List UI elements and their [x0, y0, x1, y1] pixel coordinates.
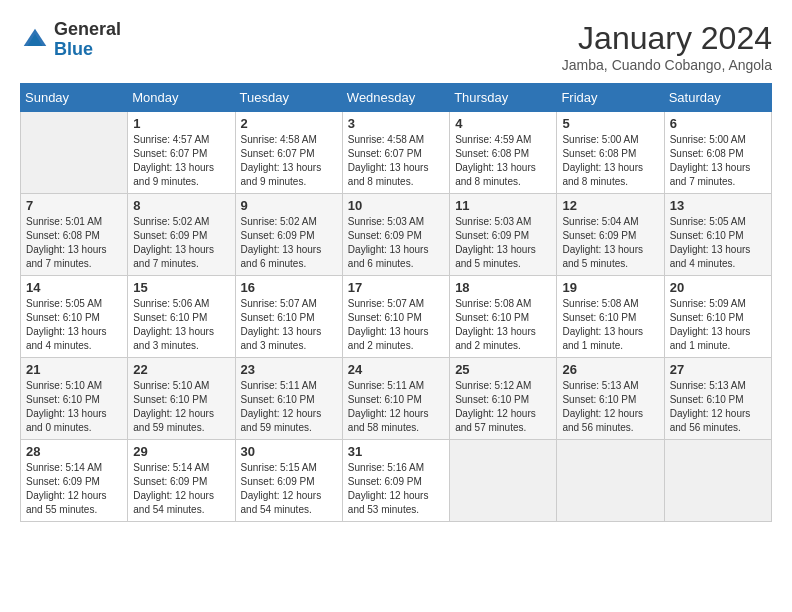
day-number: 21	[26, 362, 122, 377]
day-info: Sunrise: 5:14 AMSunset: 6:09 PMDaylight:…	[133, 461, 229, 517]
day-info: Sunrise: 5:02 AMSunset: 6:09 PMDaylight:…	[241, 215, 337, 271]
calendar-cell: 6Sunrise: 5:00 AMSunset: 6:08 PMDaylight…	[664, 112, 771, 194]
day-number: 8	[133, 198, 229, 213]
day-info: Sunrise: 5:07 AMSunset: 6:10 PMDaylight:…	[348, 297, 444, 353]
calendar-cell: 13Sunrise: 5:05 AMSunset: 6:10 PMDayligh…	[664, 194, 771, 276]
logo: General Blue	[20, 20, 121, 60]
calendar-cell	[450, 440, 557, 522]
day-info: Sunrise: 5:02 AMSunset: 6:09 PMDaylight:…	[133, 215, 229, 271]
calendar-cell: 24Sunrise: 5:11 AMSunset: 6:10 PMDayligh…	[342, 358, 449, 440]
day-info: Sunrise: 5:04 AMSunset: 6:09 PMDaylight:…	[562, 215, 658, 271]
calendar-cell: 10Sunrise: 5:03 AMSunset: 6:09 PMDayligh…	[342, 194, 449, 276]
header-friday: Friday	[557, 84, 664, 112]
calendar-cell	[21, 112, 128, 194]
location: Jamba, Cuando Cobango, Angola	[562, 57, 772, 73]
day-number: 25	[455, 362, 551, 377]
day-number: 29	[133, 444, 229, 459]
header-monday: Monday	[128, 84, 235, 112]
day-number: 5	[562, 116, 658, 131]
calendar-cell	[664, 440, 771, 522]
day-info: Sunrise: 5:08 AMSunset: 6:10 PMDaylight:…	[562, 297, 658, 353]
calendar-cell: 3Sunrise: 4:58 AMSunset: 6:07 PMDaylight…	[342, 112, 449, 194]
day-number: 6	[670, 116, 766, 131]
header-sunday: Sunday	[21, 84, 128, 112]
day-number: 26	[562, 362, 658, 377]
day-info: Sunrise: 5:08 AMSunset: 6:10 PMDaylight:…	[455, 297, 551, 353]
day-info: Sunrise: 5:10 AMSunset: 6:10 PMDaylight:…	[133, 379, 229, 435]
day-info: Sunrise: 5:03 AMSunset: 6:09 PMDaylight:…	[455, 215, 551, 271]
day-number: 31	[348, 444, 444, 459]
calendar-cell: 17Sunrise: 5:07 AMSunset: 6:10 PMDayligh…	[342, 276, 449, 358]
day-number: 1	[133, 116, 229, 131]
calendar-cell	[557, 440, 664, 522]
logo-text: General Blue	[54, 20, 121, 60]
day-number: 9	[241, 198, 337, 213]
calendar-cell: 23Sunrise: 5:11 AMSunset: 6:10 PMDayligh…	[235, 358, 342, 440]
day-number: 15	[133, 280, 229, 295]
day-number: 14	[26, 280, 122, 295]
calendar-cell: 20Sunrise: 5:09 AMSunset: 6:10 PMDayligh…	[664, 276, 771, 358]
calendar-week-4: 21Sunrise: 5:10 AMSunset: 6:10 PMDayligh…	[21, 358, 772, 440]
calendar-cell: 25Sunrise: 5:12 AMSunset: 6:10 PMDayligh…	[450, 358, 557, 440]
day-info: Sunrise: 5:06 AMSunset: 6:10 PMDaylight:…	[133, 297, 229, 353]
day-number: 16	[241, 280, 337, 295]
day-info: Sunrise: 5:13 AMSunset: 6:10 PMDaylight:…	[670, 379, 766, 435]
day-number: 4	[455, 116, 551, 131]
calendar-cell: 4Sunrise: 4:59 AMSunset: 6:08 PMDaylight…	[450, 112, 557, 194]
header-tuesday: Tuesday	[235, 84, 342, 112]
calendar-cell: 21Sunrise: 5:10 AMSunset: 6:10 PMDayligh…	[21, 358, 128, 440]
calendar-cell: 9Sunrise: 5:02 AMSunset: 6:09 PMDaylight…	[235, 194, 342, 276]
day-info: Sunrise: 5:05 AMSunset: 6:10 PMDaylight:…	[26, 297, 122, 353]
calendar-cell: 2Sunrise: 4:58 AMSunset: 6:07 PMDaylight…	[235, 112, 342, 194]
day-number: 10	[348, 198, 444, 213]
calendar-cell: 14Sunrise: 5:05 AMSunset: 6:10 PMDayligh…	[21, 276, 128, 358]
day-number: 12	[562, 198, 658, 213]
month-title: January 2024	[562, 20, 772, 57]
logo-general: General	[54, 20, 121, 40]
header-saturday: Saturday	[664, 84, 771, 112]
title-block: January 2024 Jamba, Cuando Cobango, Ango…	[562, 20, 772, 73]
day-info: Sunrise: 5:07 AMSunset: 6:10 PMDaylight:…	[241, 297, 337, 353]
day-info: Sunrise: 5:11 AMSunset: 6:10 PMDaylight:…	[241, 379, 337, 435]
day-info: Sunrise: 4:58 AMSunset: 6:07 PMDaylight:…	[241, 133, 337, 189]
calendar-cell: 7Sunrise: 5:01 AMSunset: 6:08 PMDaylight…	[21, 194, 128, 276]
day-info: Sunrise: 5:01 AMSunset: 6:08 PMDaylight:…	[26, 215, 122, 271]
calendar-cell: 22Sunrise: 5:10 AMSunset: 6:10 PMDayligh…	[128, 358, 235, 440]
calendar-cell: 27Sunrise: 5:13 AMSunset: 6:10 PMDayligh…	[664, 358, 771, 440]
calendar-cell: 18Sunrise: 5:08 AMSunset: 6:10 PMDayligh…	[450, 276, 557, 358]
day-number: 19	[562, 280, 658, 295]
calendar-cell: 16Sunrise: 5:07 AMSunset: 6:10 PMDayligh…	[235, 276, 342, 358]
day-info: Sunrise: 5:12 AMSunset: 6:10 PMDaylight:…	[455, 379, 551, 435]
day-number: 3	[348, 116, 444, 131]
calendar-cell: 30Sunrise: 5:15 AMSunset: 6:09 PMDayligh…	[235, 440, 342, 522]
day-info: Sunrise: 5:13 AMSunset: 6:10 PMDaylight:…	[562, 379, 658, 435]
header-wednesday: Wednesday	[342, 84, 449, 112]
calendar-cell: 1Sunrise: 4:57 AMSunset: 6:07 PMDaylight…	[128, 112, 235, 194]
day-info: Sunrise: 5:00 AMSunset: 6:08 PMDaylight:…	[670, 133, 766, 189]
day-number: 27	[670, 362, 766, 377]
calendar-cell: 19Sunrise: 5:08 AMSunset: 6:10 PMDayligh…	[557, 276, 664, 358]
page-header: General Blue January 2024 Jamba, Cuando …	[20, 20, 772, 73]
day-number: 22	[133, 362, 229, 377]
day-info: Sunrise: 5:11 AMSunset: 6:10 PMDaylight:…	[348, 379, 444, 435]
calendar-week-5: 28Sunrise: 5:14 AMSunset: 6:09 PMDayligh…	[21, 440, 772, 522]
calendar-cell: 11Sunrise: 5:03 AMSunset: 6:09 PMDayligh…	[450, 194, 557, 276]
day-number: 7	[26, 198, 122, 213]
calendar-week-2: 7Sunrise: 5:01 AMSunset: 6:08 PMDaylight…	[21, 194, 772, 276]
calendar-week-3: 14Sunrise: 5:05 AMSunset: 6:10 PMDayligh…	[21, 276, 772, 358]
logo-icon	[20, 25, 50, 55]
day-number: 2	[241, 116, 337, 131]
logo-blue: Blue	[54, 40, 121, 60]
header-thursday: Thursday	[450, 84, 557, 112]
calendar-table: SundayMondayTuesdayWednesdayThursdayFrid…	[20, 83, 772, 522]
calendar-header-row: SundayMondayTuesdayWednesdayThursdayFrid…	[21, 84, 772, 112]
calendar-cell: 29Sunrise: 5:14 AMSunset: 6:09 PMDayligh…	[128, 440, 235, 522]
day-number: 20	[670, 280, 766, 295]
day-info: Sunrise: 4:57 AMSunset: 6:07 PMDaylight:…	[133, 133, 229, 189]
day-info: Sunrise: 5:10 AMSunset: 6:10 PMDaylight:…	[26, 379, 122, 435]
day-number: 24	[348, 362, 444, 377]
calendar-cell: 15Sunrise: 5:06 AMSunset: 6:10 PMDayligh…	[128, 276, 235, 358]
day-info: Sunrise: 5:05 AMSunset: 6:10 PMDaylight:…	[670, 215, 766, 271]
day-info: Sunrise: 5:16 AMSunset: 6:09 PMDaylight:…	[348, 461, 444, 517]
calendar-week-1: 1Sunrise: 4:57 AMSunset: 6:07 PMDaylight…	[21, 112, 772, 194]
